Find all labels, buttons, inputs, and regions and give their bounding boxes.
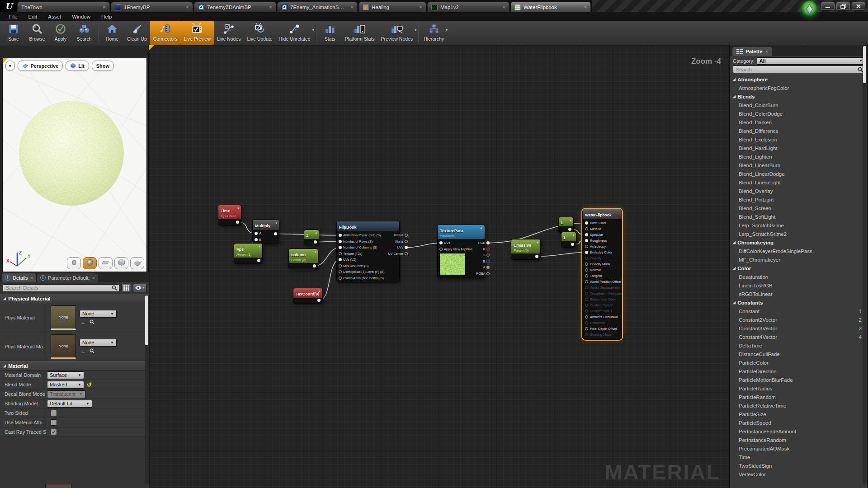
- palette-item-blend-linearburn[interactable]: Blend_LinearBurn: [730, 161, 867, 169]
- palette-item-blend-hardlight[interactable]: Blend_HardLight: [730, 144, 867, 152]
- toolbar-button-live-preview[interactable]: Live Preview: [180, 21, 214, 45]
- use-selected-icon[interactable]: ←: [80, 319, 86, 325]
- pin-icon[interactable]: [585, 268, 588, 272]
- close-icon[interactable]: ×: [92, 275, 94, 281]
- browse-to-icon[interactable]: [90, 319, 94, 324]
- palette-group-constants[interactable]: ◢Constants: [730, 298, 867, 307]
- preview-mesh-plane-button[interactable]: [99, 257, 113, 269]
- show-button[interactable]: Show: [92, 61, 114, 71]
- toolbar-button-clean-up[interactable]: Clean Up: [124, 21, 150, 45]
- details-search-input[interactable]: [5, 285, 112, 291]
- details-scrollbar[interactable]: [145, 295, 149, 484]
- pin-icon[interactable]: [339, 264, 342, 267]
- material-domain-dropdown[interactable]: Surface▼: [47, 371, 84, 379]
- palette-scrollbar[interactable]: [863, 46, 867, 484]
- pin-icon[interactable]: [585, 257, 588, 260]
- pin-icon[interactable]: [339, 277, 342, 280]
- window-tab-healing[interactable]: Healing×: [359, 1, 426, 12]
- use-material-attributes-checkbox[interactable]: [51, 419, 57, 426]
- pin-icon[interactable]: [486, 272, 490, 275]
- phys-material-thumbnail[interactable]: None: [51, 305, 76, 330]
- pin-icon[interactable]: [486, 253, 490, 257]
- pin-icon[interactable]: [405, 234, 408, 237]
- palette-group-blends[interactable]: ◢Blends: [730, 92, 867, 101]
- palette-item-constant2vector[interactable]: Constant2Vector2: [730, 315, 867, 324]
- pin-icon[interactable]: [255, 238, 258, 241]
- palette-item-blend-pinlight[interactable]: Blend_PinLight: [730, 195, 867, 204]
- pin-icon[interactable]: [339, 234, 342, 237]
- category-dropdown[interactable]: All▼: [757, 57, 865, 65]
- palette-item-constant3vector[interactable]: Constant3Vector3: [730, 324, 867, 333]
- palette-group-color[interactable]: ◢Color: [730, 264, 867, 272]
- details-search[interactable]: [3, 284, 119, 292]
- graph-node-result[interactable]: WaterFlipbookBase ColorMetallicSpecularR…: [582, 209, 622, 340]
- pin-icon[interactable]: [339, 252, 342, 255]
- graph-node-texcoord[interactable]: TexCoord[0]▾: [293, 288, 323, 304]
- pin-icon[interactable]: [439, 248, 443, 251]
- perspective-button[interactable]: Perspective: [18, 61, 63, 71]
- preview-mesh-cube-button[interactable]: [114, 257, 128, 269]
- pin-icon[interactable]: [585, 292, 588, 295]
- pin-icon[interactable]: [339, 258, 342, 261]
- pin-icon[interactable]: [585, 280, 588, 283]
- chevron-down-icon[interactable]: ▾: [446, 28, 448, 32]
- pin-icon[interactable]: [568, 228, 571, 231]
- tab-palette[interactable]: Palette ×: [732, 47, 772, 56]
- palette-item-particlesize[interactable]: ParticleSize: [730, 410, 867, 418]
- pin-icon[interactable]: [585, 315, 588, 319]
- window-tab-7enemy-animationsourc[interactable]: 7Enemy_AnimationSourc×: [277, 1, 358, 12]
- preview-mesh-teapot-button[interactable]: [130, 257, 144, 269]
- tab-close-icon[interactable]: ×: [502, 5, 505, 9]
- toolbar-button-connectors[interactable]: Connectors: [150, 21, 181, 45]
- graph-node-time[interactable]: Time▾Input Data: [218, 205, 241, 225]
- palette-item-particleradius[interactable]: ParticleRadius: [730, 384, 867, 393]
- window-tab-waterflipbook[interactable]: WaterFlipbook×: [510, 1, 591, 12]
- graph-node-flipbook[interactable]: FlipBookAnimation Phase (0-1) (S)Number …: [336, 221, 400, 282]
- two-sided-checkbox[interactable]: [51, 410, 57, 416]
- tab-close-icon[interactable]: ×: [103, 5, 106, 9]
- preview-viewport[interactable]: ▾ Perspective Lit Show Z Y X: [2, 58, 147, 272]
- toolbar-button-hierarchy[interactable]: Hierarchy▾: [420, 21, 447, 45]
- pin-icon[interactable]: [255, 232, 258, 235]
- menu-item-file[interactable]: File: [4, 12, 23, 21]
- palette-item-constant[interactable]: Constant1: [730, 307, 867, 315]
- material-graph-canvas[interactable]: Zoom -4 MATERIAL Time▾Input DataMultiply…: [149, 45, 729, 488]
- palette-item-blend-screen[interactable]: Blend_Screen: [730, 204, 867, 212]
- toolbar-button-browse[interactable]: Browse: [25, 21, 49, 45]
- tab-close-icon[interactable]: ×: [186, 5, 189, 9]
- pin-icon[interactable]: [236, 221, 239, 224]
- palette-item-blend-overlay[interactable]: Blend_Overlay: [730, 187, 867, 195]
- lit-button[interactable]: Lit: [66, 61, 89, 71]
- palette-item-blend-linearlight[interactable]: Blend_LinearLight: [730, 178, 867, 187]
- tab-close-icon[interactable]: ×: [584, 5, 587, 9]
- palette-item-distancecullfade[interactable]: DistanceCullFade: [730, 350, 867, 358]
- palette-item-srgbtolinear[interactable]: sRGBToLinear: [730, 290, 867, 298]
- tab-parameter-defaults[interactable]: i Parameter Default: ×: [37, 273, 98, 282]
- pin-icon[interactable]: [274, 232, 277, 235]
- pin-icon[interactable]: [585, 227, 588, 230]
- graph-node-one_rows[interactable]: 1▾: [304, 230, 319, 245]
- toolbar-button-save[interactable]: Save: [2, 21, 25, 45]
- pin-icon[interactable]: [317, 299, 321, 302]
- menu-item-edit[interactable]: Edit: [23, 12, 43, 21]
- pin-icon[interactable]: [405, 240, 408, 243]
- palette-item-twosidedsign[interactable]: TwoSidedSign: [730, 461, 867, 470]
- graph-node-emissive[interactable]: Emissive▾Param (0): [511, 239, 541, 260]
- palette-item-mf-chromakeyer[interactable]: MF_Chromakeyer: [730, 255, 867, 264]
- palette-item-precomputedaomask[interactable]: PrecomputedAOMask: [730, 444, 867, 453]
- phys-material-map-dropdown[interactable]: None▼: [80, 339, 117, 347]
- tutorial-badge-icon[interactable]: [801, 1, 817, 17]
- pin-icon[interactable]: [339, 246, 342, 249]
- graph-node-one_rough[interactable]: 1▾: [561, 232, 576, 248]
- menu-item-asset[interactable]: Asset: [42, 12, 66, 21]
- blend-mode-dropdown[interactable]: Masked▼: [47, 381, 84, 389]
- toolbar-button-apply[interactable]: Apply: [49, 21, 72, 45]
- palette-item-blend-lineardodge[interactable]: Blend_LinearDodge: [730, 169, 867, 178]
- palette-item-desaturation[interactable]: Desaturation: [730, 272, 867, 281]
- palette-item-atmosphericfogcolor[interactable]: AtmosphericFogColor: [730, 84, 867, 92]
- window-tab-1enemybp[interactable]: 1EnemyBP×: [111, 1, 193, 12]
- pin-icon[interactable]: [585, 333, 588, 336]
- graph-node-texpara[interactable]: TexturePara▲Param2DUVsApply View MipBias…: [437, 225, 485, 278]
- pin-icon[interactable]: [313, 264, 316, 267]
- toolbar-button-home[interactable]: Home: [100, 21, 124, 45]
